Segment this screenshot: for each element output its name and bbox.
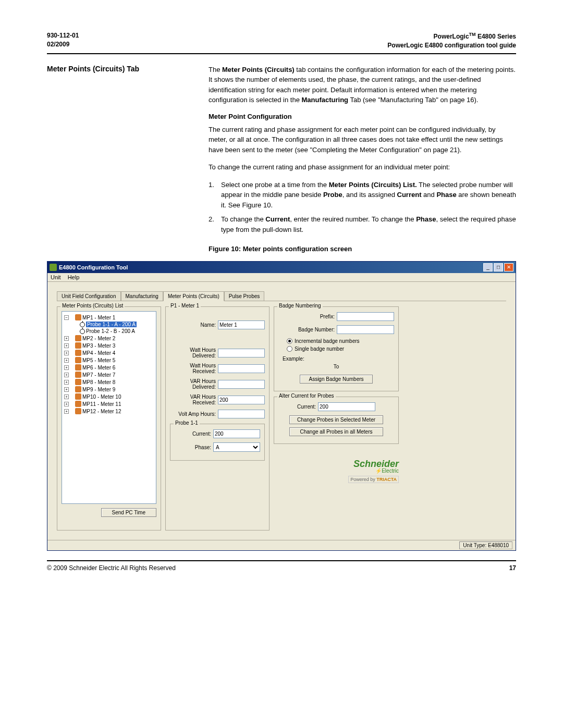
meter-icon	[75, 408, 81, 414]
main-columns: Meter Points (Circuits) List −MP1 - Mete…	[57, 306, 506, 530]
probe-icon	[80, 322, 85, 327]
whr-input[interactable]	[218, 364, 265, 373]
meter-tree[interactable]: −MP1 - Meter 1 Probe 1-1 - A - 200 A Pro…	[62, 311, 156, 504]
alter-current-fieldset: Alter Current for Probes Current: Change…	[274, 397, 399, 444]
expand-icon[interactable]: +	[64, 351, 69, 355]
vhr-label: VAR Hours Received:	[170, 394, 216, 405]
series-prefix: PowerLogic	[434, 33, 469, 40]
schneider-logo: Schneider	[274, 460, 399, 468]
tree-mp3[interactable]: +MP3 - Meter 3	[64, 342, 154, 349]
intro-paragraph: The Meter Points (Circuits) tab contains…	[209, 65, 516, 105]
maximize-button[interactable]: □	[494, 263, 503, 272]
vhd-label: VAR Hours Delivered:	[170, 378, 216, 390]
series-title: PowerLogicTM E4800 Series	[387, 31, 516, 41]
tab-manufacturing[interactable]: Manufacturing	[121, 291, 163, 301]
probe-icon	[80, 329, 85, 334]
collapse-icon[interactable]: −	[64, 315, 69, 320]
step-1: 1. Select one probe at a time from the M…	[209, 180, 516, 211]
mid-title: P1 - Meter 1	[169, 303, 201, 309]
powered-by: Powered by TRIACTA	[348, 476, 399, 483]
badge-num-label: Badge Number:	[298, 327, 335, 332]
send-pc-row: Send PC Time	[62, 508, 156, 517]
tree-mp8[interactable]: +MP8 - Meter 8	[64, 378, 154, 386]
doc-date: 02/2009	[47, 40, 79, 49]
right-panel: Badge Numbering Prefix: Badge Number: In…	[274, 306, 399, 530]
app-icon	[50, 264, 57, 271]
tree-probe-1-1[interactable]: Probe 1-1 - A - 200 A	[64, 321, 154, 328]
radio-single[interactable]: Single badge number	[287, 346, 394, 352]
figure-caption: Figure 10: Meter points configuration sc…	[209, 245, 516, 253]
tree-mp12[interactable]: +MP12 - Meter 12	[64, 408, 154, 415]
doc-number: 930-112-01	[47, 31, 79, 40]
radio-icon	[287, 338, 292, 344]
prefix-label: Prefix:	[320, 314, 335, 319]
expand-icon[interactable]: +	[64, 373, 69, 377]
expand-icon[interactable]: +	[64, 358, 69, 363]
radio-icon	[287, 346, 292, 352]
doc-subtitle: PowerLogic E4800 configuration tool guid…	[387, 41, 516, 50]
phase-select[interactable]: A	[213, 442, 260, 452]
page-footer: © 2009 Schneider Electric All Rights Res…	[47, 560, 516, 572]
vah-label: Volt Amp Hours:	[178, 411, 216, 417]
meter-icon	[75, 350, 81, 356]
tab-unit-field[interactable]: Unit Field Configuration	[57, 291, 121, 301]
current-input[interactable]	[213, 429, 260, 438]
alter-current-label: Current:	[297, 404, 316, 410]
tree-mp1[interactable]: −MP1 - Meter 1	[64, 314, 154, 321]
section-heading: Meter Points (Circuits) Tab	[47, 65, 193, 73]
meter-icon	[75, 357, 81, 363]
send-pc-time-button[interactable]: Send PC Time	[101, 508, 156, 517]
close-button[interactable]: ✕	[504, 263, 513, 272]
expand-icon[interactable]: +	[64, 343, 69, 348]
expand-icon[interactable]: +	[64, 387, 69, 392]
window-title: E4800 Configuration Tool	[59, 264, 128, 270]
meter-icon	[75, 364, 81, 371]
tab-pulse-probes[interactable]: Pulse Probes	[224, 291, 264, 301]
tree-mp10[interactable]: +MP10 - Meter 10	[64, 393, 154, 400]
schneider-sublogo: ⚡Electric	[274, 468, 399, 474]
tree-mp4[interactable]: +MP4 - Meter 4	[64, 349, 154, 356]
to-label: To	[278, 364, 394, 369]
name-input[interactable]	[218, 320, 265, 329]
alter-current-input[interactable]	[318, 402, 375, 411]
tree-mp9[interactable]: +MP9 - Meter 9	[64, 386, 154, 393]
vhd-input[interactable]	[218, 380, 265, 389]
app-window: E4800 Configuration Tool _ □ ✕ Unit Help…	[47, 261, 516, 551]
expand-icon[interactable]: +	[64, 336, 69, 341]
menu-help[interactable]: Help	[68, 274, 80, 280]
minimize-button[interactable]: _	[483, 263, 493, 272]
menu-bar: Unit Help	[47, 273, 516, 282]
tree-mp11[interactable]: +MP11 - Meter 11	[64, 400, 154, 408]
menu-unit[interactable]: Unit	[51, 274, 61, 280]
change-selected-button[interactable]: Change Probes in Selected Meter	[289, 415, 383, 424]
expand-icon[interactable]: +	[64, 380, 69, 385]
meter-icon	[75, 335, 81, 341]
alter-current-row: Current:	[278, 402, 394, 411]
badge-num-input[interactable]	[337, 325, 394, 334]
expand-icon[interactable]: +	[64, 402, 69, 406]
tab-meter-points[interactable]: Meter Points (Circuits)	[163, 291, 224, 301]
probe-title: Probe 1-1	[174, 420, 200, 426]
whd-input[interactable]	[218, 349, 265, 357]
page-number: 17	[509, 564, 516, 572]
expand-icon[interactable]: +	[64, 394, 69, 399]
vhr-input[interactable]	[218, 396, 265, 404]
assign-badge-button[interactable]: Assign Badge Numbers	[300, 375, 373, 384]
meter-icon	[75, 342, 81, 349]
prefix-input[interactable]	[337, 312, 394, 321]
vah-row: Volt Amp Hours:	[170, 410, 265, 418]
tree-mp2[interactable]: +MP2 - Meter 2	[64, 335, 154, 342]
header-left: 930-112-01 02/2009	[47, 31, 79, 50]
expand-icon[interactable]: +	[64, 365, 69, 370]
tree-mp7[interactable]: +MP7 - Meter 7	[64, 371, 154, 378]
phase-label: Phase:	[195, 445, 211, 450]
tree-probe-1-2[interactable]: Probe 1-2 - B - 200 A	[64, 328, 154, 335]
tree-mp6[interactable]: +MP6 - Meter 6	[64, 364, 154, 371]
probe-fieldset: Probe 1-1 Current: Phase:A	[170, 424, 265, 461]
expand-icon[interactable]: +	[64, 409, 69, 414]
status-bar: Unit Type: E488010	[47, 540, 516, 550]
change-all-button[interactable]: Change all Probes in all Meters	[289, 427, 383, 436]
tree-mp5[interactable]: +MP5 - Meter 5	[64, 356, 154, 364]
radio-incremental[interactable]: Incremental badge numbers	[287, 338, 394, 344]
vah-input[interactable]	[218, 410, 265, 418]
